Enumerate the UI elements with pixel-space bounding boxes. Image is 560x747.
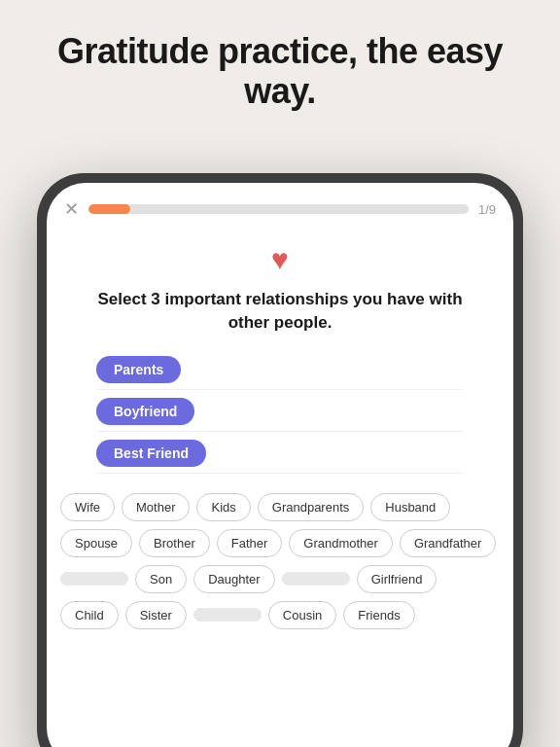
- tag-faded-1: [60, 572, 128, 586]
- question-text: Select 3 important relationships you hav…: [76, 288, 484, 335]
- tag-child[interactable]: Child: [60, 601, 119, 629]
- tag-grandparents[interactable]: Grandparents: [258, 493, 365, 521]
- tag-sister[interactable]: Sister: [125, 601, 187, 629]
- tag-wife[interactable]: Wife: [60, 493, 115, 521]
- phone-screen: ✕ 1/9 ♥ Select 3 important relationships…: [47, 183, 513, 747]
- selected-tag-bestfriend[interactable]: Best Friend: [96, 440, 206, 467]
- option-row-1: Parents: [96, 350, 464, 390]
- progress-track: [88, 204, 469, 214]
- tags-row-2: Spouse Brother Father Grandmother Grandf…: [60, 529, 500, 557]
- tag-father[interactable]: Father: [217, 529, 283, 557]
- question-section: ♥ Select 3 important relationships you h…: [47, 230, 513, 483]
- tag-spouse[interactable]: Spouse: [60, 529, 132, 557]
- selected-tag-parents[interactable]: Parents: [96, 356, 181, 383]
- tags-row-4: Child Sister Cousin Friends: [60, 601, 500, 629]
- tags-row-1: Wife Mother Kids Grandparents Husband: [60, 493, 500, 521]
- tag-husband[interactable]: Husband: [370, 493, 450, 521]
- tag-friends[interactable]: Friends: [343, 601, 414, 629]
- phone-device: ✕ 1/9 ♥ Select 3 important relationships…: [37, 173, 523, 747]
- selected-tag-boyfriend[interactable]: Boyfriend: [96, 398, 194, 425]
- tag-grandmother[interactable]: Grandmother: [289, 529, 393, 557]
- heart-icon: ♥: [271, 243, 289, 276]
- tag-grandfather[interactable]: Grandfather: [400, 529, 496, 557]
- hero-title: Gratitude practice, the easy way.: [0, 0, 560, 131]
- tag-cousin[interactable]: Cousin: [268, 601, 336, 629]
- option-row-2: Boyfriend: [96, 392, 464, 432]
- tag-son[interactable]: Son: [135, 565, 187, 593]
- tags-row-3: Son Daughter Girlfriend: [60, 565, 500, 593]
- selected-options: Parents Boyfriend Best Friend: [76, 350, 484, 474]
- tag-kids[interactable]: Kids: [196, 493, 250, 521]
- tags-section: Wife Mother Kids Grandparents Husband Sp…: [47, 483, 513, 747]
- tag-faded-2: [282, 572, 350, 586]
- tag-brother[interactable]: Brother: [139, 529, 210, 557]
- tag-mother[interactable]: Mother: [122, 493, 190, 521]
- close-button[interactable]: ✕: [64, 198, 79, 220]
- progress-fill: [88, 204, 130, 214]
- tag-faded-3: [193, 608, 262, 622]
- tag-girlfriend[interactable]: Girlfriend: [357, 565, 438, 593]
- option-row-3: Best Friend: [96, 434, 464, 474]
- progress-label: 1/9: [478, 202, 496, 217]
- tag-daughter[interactable]: Daughter: [193, 565, 274, 593]
- progress-area: ✕ 1/9: [47, 183, 513, 230]
